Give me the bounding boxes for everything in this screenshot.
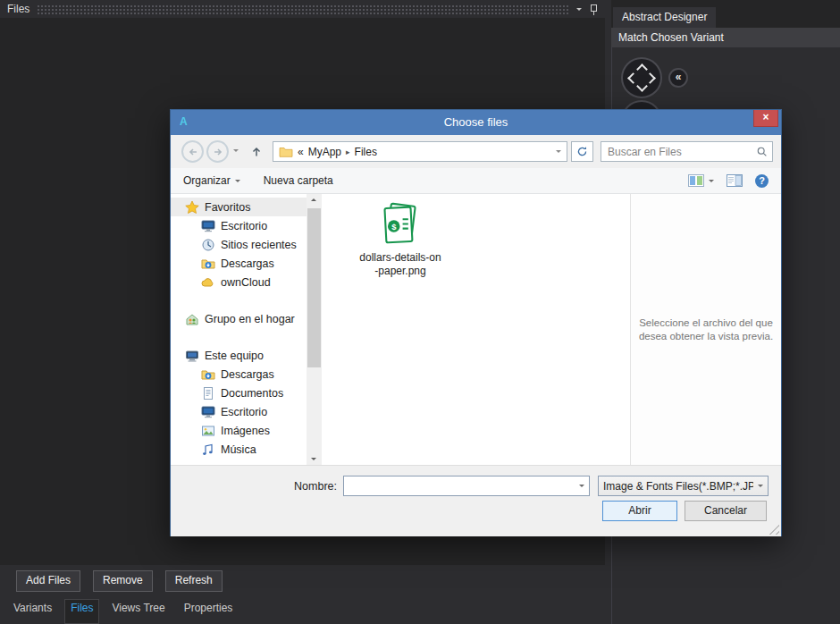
downloads-icon [201,367,215,382]
sidebar-item-label: Imágenes [221,425,270,437]
scroll-up-icon[interactable] [311,198,316,201]
search-icon[interactable] [756,146,768,157]
sidebar-item-descargas[interactable]: Descargas [171,254,307,273]
filename-dropdown-button[interactable] [575,476,589,495]
open-button[interactable]: Abrir [602,501,677,521]
refresh-button[interactable]: Refresh [165,570,223,592]
search-box [601,141,773,162]
address-dropdown-icon[interactable] [556,150,561,153]
sidebar-scrollbar[interactable] [307,194,322,465]
tab-files[interactable]: Files [64,599,99,624]
chevron-down-icon [579,485,584,487]
sidebar-item-label: Grupo en el hogar [205,313,295,325]
pin-head [591,4,597,12]
files-panel-header[interactable]: Files [0,0,605,18]
new-folder-label: Nueva carpeta [264,174,333,187]
filename-input[interactable] [344,480,575,493]
dollar-document-icon: $ [376,201,424,249]
resize-grip[interactable] [769,524,779,535]
file-name-line1: dollars-details-on [356,251,445,265]
address-bar[interactable]: « MyApp ▸ Files [273,141,567,162]
thumbnails-view-icon [688,174,704,187]
views-button[interactable] [688,174,714,187]
sidebar-item-escritorio[interactable]: Escritorio [171,216,307,235]
music-icon [201,443,215,457]
file-item-dollars-details[interactable]: $ dollars-details-on -paper.png [356,201,445,278]
sidebar-item-label: Escritorio [221,406,267,418]
sidebar-item-grupo-en-el-hogar[interactable]: Grupo en el hogar [171,309,307,328]
pin-stem [593,12,594,15]
add-files-button[interactable]: Add Files [16,570,80,592]
sidebar-item-label: Favoritos [205,201,250,214]
dialog-title-bar[interactable]: A Choose files × [171,110,781,135]
dialog-content-area: Favoritos Escritorio Sitios recientes De… [171,194,781,465]
chevron-right-icon[interactable] [644,72,656,84]
sidebar-item-label: Descargas [221,368,274,381]
filetype-combo[interactable]: Image & Fonts Files(*.BMP;*.JP [598,476,769,496]
sidebar-item-musica[interactable]: Música [171,440,307,459]
filename-label: Nombre: [256,480,337,493]
bottom-tab-bar: Variants Files Views Tree Properties [0,594,605,624]
computer-icon [185,349,199,363]
sidebar-item-label: Música [221,443,256,456]
dialog-command-bar: Organizar Nueva carpeta ? [171,168,781,194]
back-button[interactable] [181,140,204,163]
app-window: Files Add Files Remove Refresh Variants … [0,0,840,624]
auto-hide-pin-icon[interactable] [589,4,598,15]
new-folder-button[interactable]: Nueva carpeta [264,174,333,187]
sidebar-item-favoritos[interactable]: Favoritos [171,198,307,216]
desktop-icon [201,405,215,419]
star-icon [185,200,199,215]
tab-properties[interactable]: Properties [178,599,239,624]
history-dropdown-icon[interactable] [233,149,239,152]
close-button[interactable]: × [753,110,778,127]
desktop-icon [201,219,215,233]
filetype-value: Image & Fonts Files(*.BMP;*.JP [603,480,753,493]
tab-views-tree[interactable]: Views Tree [105,599,171,624]
remove-button[interactable]: Remove [93,570,153,592]
refresh-address-button[interactable] [571,141,593,162]
variant-nav-wheel[interactable] [621,57,662,98]
chevron-down-icon [758,485,763,487]
tab-abstract-designer[interactable]: Abstract Designer [613,7,716,28]
organize-menu-button[interactable]: Organizar [183,174,240,187]
collapse-double-chevron-button[interactable]: « [668,68,688,88]
views-dropdown-icon [709,180,714,182]
forward-button[interactable] [206,140,229,163]
cancel-button[interactable]: Cancelar [685,501,767,521]
sidebar-item-label: ownCloud [221,276,271,289]
scroll-down-icon[interactable] [311,458,316,460]
chevron-up-icon[interactable] [636,63,648,75]
cloud-icon [201,275,215,290]
forward-arrow-icon [212,146,224,158]
sidebar-item-este-equipo[interactable]: Este equipo [171,346,307,365]
chevron-down-icon[interactable] [636,80,648,92]
help-icon[interactable]: ? [755,174,769,188]
panel-drag-texture-icon [37,4,569,14]
breadcrumb-separator-icon: ▸ [346,148,350,156]
sidebar-item-documentos[interactable]: Documentos [171,384,307,402]
sidebar-item-descargas-2[interactable]: Descargas [171,365,307,384]
filetype-dropdown-button[interactable] [753,476,768,495]
choose-files-dialog: A Choose files × « MyApp ▸ Files [170,109,782,536]
window-position-menu-icon[interactable] [576,8,582,11]
organize-label: Organizar [183,174,231,187]
chevron-left-icon[interactable] [627,72,639,84]
sidebar-item-sitios-recientes[interactable]: Sitios recientes [171,235,307,254]
breadcrumb-collapsed[interactable]: « [298,146,304,158]
sidebar-item-owncloud[interactable]: ownCloud [171,273,307,291]
breadcrumb-item-files[interactable]: Files [355,146,377,158]
tab-variants[interactable]: Variants [7,599,58,624]
sidebar-item-imagenes[interactable]: Imágenes [171,421,307,440]
preview-pane: Seleccione el archivo del que desea obte… [630,194,781,465]
preview-pane-button[interactable] [727,174,743,187]
pictures-icon [201,424,215,438]
scrollbar-thumb[interactable] [307,208,321,367]
search-input[interactable] [606,145,756,159]
breadcrumb-item-myapp[interactable]: MyApp [308,146,341,158]
refresh-icon [576,146,588,157]
sidebar-item-escritorio-2[interactable]: Escritorio [171,402,307,421]
file-list-area[interactable]: $ dollars-details-on -paper.png [322,194,630,465]
up-one-level-button[interactable] [246,142,267,162]
recent-places-icon [201,238,215,252]
